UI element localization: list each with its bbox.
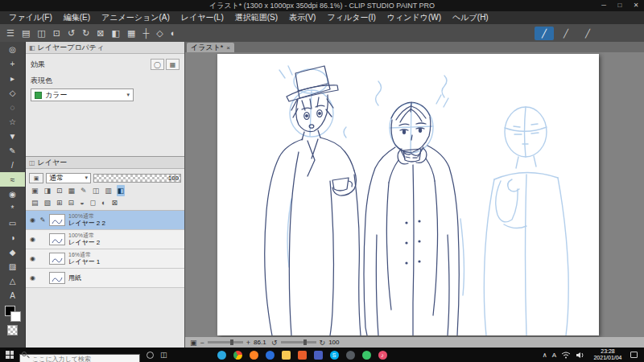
- zoom-out-icon[interactable]: −: [200, 339, 204, 347]
- blend-tool[interactable]: ◑: [0, 230, 25, 245]
- menu-item[interactable]: 表示(V): [283, 11, 321, 24]
- connect-line-button[interactable]: ╱: [578, 27, 597, 40]
- fill-icon[interactable]: ◧: [112, 24, 120, 42]
- two-pane-icon[interactable]: ◧: [117, 185, 126, 196]
- snap-ruler-icon[interactable]: ┼: [142, 24, 149, 42]
- redo-icon[interactable]: ↻: [82, 24, 89, 42]
- canvas-sheet[interactable]: [217, 54, 599, 335]
- paint-app-icon[interactable]: [298, 351, 307, 360]
- visibility-eye-icon[interactable]: ◉: [27, 255, 38, 262]
- layer-move-tool[interactable]: ◇: [0, 85, 25, 100]
- canvas-tab[interactable]: イラスト* ×: [187, 43, 234, 52]
- apply-mask-icon[interactable]: ◐: [101, 197, 106, 208]
- grid-icon[interactable]: ▦: [127, 24, 135, 42]
- zoom-slider[interactable]: [208, 341, 243, 343]
- delete-icon[interactable]: ⊠: [97, 24, 104, 42]
- visibility-eye-icon[interactable]: ◉: [27, 236, 38, 243]
- new-raster-layer-icon[interactable]: ▤: [31, 197, 39, 208]
- draft-layer-icon[interactable]: ✎: [80, 185, 88, 196]
- fill-tool[interactable]: ◆: [0, 245, 25, 259]
- operation-tool[interactable]: ▸: [0, 71, 25, 85]
- teams-icon[interactable]: [314, 351, 323, 360]
- rotation-slider[interactable]: [281, 341, 316, 343]
- brush-tool[interactable]: ≈: [0, 172, 25, 187]
- clock[interactable]: 23:28 2021/01/04: [590, 348, 625, 361]
- layer-row-layer-2-2[interactable]: ◉ ✎ 100%通常 レイヤー 2 2: [26, 211, 184, 230]
- layer-row-layer-2[interactable]: ◉ ✎ 100%通常 レイヤー 2: [26, 230, 184, 249]
- new-vector-layer-icon[interactable]: ▧: [43, 197, 52, 208]
- menu-item[interactable]: ウィンドウ(W): [382, 11, 447, 24]
- move-tool[interactable]: +: [0, 56, 25, 71]
- thunderbird-icon[interactable]: [266, 351, 275, 360]
- decoration-tool[interactable]: *: [0, 201, 25, 216]
- ruler-layer-icon[interactable]: ▥: [104, 185, 113, 196]
- wifi-icon[interactable]: [561, 352, 571, 359]
- chrome-icon[interactable]: [233, 351, 242, 360]
- menu-item[interactable]: レイヤー(L): [175, 11, 229, 24]
- firefox-icon[interactable]: [250, 351, 258, 360]
- zoom-in-icon[interactable]: +: [246, 339, 250, 347]
- text-tool[interactable]: A: [0, 288, 25, 302]
- figure-tool[interactable]: △: [0, 274, 25, 288]
- gradient-tool[interactable]: ▨: [0, 259, 25, 274]
- windows-start-button[interactable]: [6, 351, 14, 359]
- snap-special-icon[interactable]: ◇: [156, 24, 163, 42]
- tray-expand-icon[interactable]: ∧: [543, 352, 547, 359]
- layer-row-layer-1[interactable]: ◉ ✎ 16%通常 レイヤー 1: [26, 249, 184, 269]
- music-icon[interactable]: ♪: [378, 351, 387, 360]
- github-icon[interactable]: [346, 351, 355, 360]
- menu-item[interactable]: アニメーション(A): [96, 11, 175, 24]
- cortana-icon[interactable]: [147, 352, 154, 359]
- opacity-slider[interactable]: 100: [93, 174, 181, 183]
- notification-center-icon[interactable]: [630, 352, 638, 358]
- palette-color-button[interactable]: ▣: [29, 173, 43, 183]
- transfer-down-icon[interactable]: ⊟: [68, 197, 76, 208]
- new-canvas-icon[interactable]: ▤: [22, 24, 30, 42]
- task-view-icon[interactable]: ◫: [160, 351, 167, 359]
- correct-line-button[interactable]: ╱: [535, 27, 554, 40]
- undo-icon[interactable]: ↺: [68, 24, 75, 42]
- delete-layer-icon[interactable]: ⊠: [110, 197, 118, 208]
- border-effect-icon[interactable]: ◯: [151, 59, 164, 70]
- merge-down-icon[interactable]: ◒: [79, 197, 85, 208]
- rotate-right-icon[interactable]: ↻: [320, 339, 326, 347]
- menu-item[interactable]: 編集(E): [58, 11, 96, 24]
- visibility-eye-icon[interactable]: ◉: [27, 274, 38, 282]
- selection-tool[interactable]: ◌: [0, 100, 25, 114]
- pen-tool[interactable]: ✎: [0, 143, 25, 158]
- auto-select-tool[interactable]: ☆: [0, 114, 25, 129]
- eyedropper-tool[interactable]: ▼: [0, 129, 25, 143]
- flip-view-icon[interactable]: ◐: [171, 24, 176, 42]
- speaker-icon[interactable]: [576, 352, 585, 359]
- menu-item[interactable]: フィルター(I): [321, 11, 381, 24]
- open-file-icon[interactable]: ◫: [37, 24, 45, 42]
- close-button[interactable]: ✕: [628, 0, 644, 11]
- rotate-left-icon[interactable]: ↺: [271, 339, 278, 347]
- expression-color-select[interactable]: カラー ▾: [31, 88, 134, 101]
- taskbar-search-input[interactable]: [19, 354, 140, 362]
- create-mask-icon[interactable]: ◻: [89, 197, 97, 208]
- sub-color-swatch[interactable]: [10, 311, 21, 322]
- zoom-tool[interactable]: ◎: [0, 42, 25, 56]
- lock-transparent-icon[interactable]: ▦: [68, 185, 76, 196]
- blend-mode-select[interactable]: 通常 ▾: [46, 173, 91, 183]
- canvas-viewport[interactable]: [185, 52, 644, 337]
- airbrush-tool[interactable]: ◉: [0, 187, 25, 201]
- new-folder-icon[interactable]: ⊞: [56, 197, 64, 208]
- layer-mask-icon[interactable]: ◫: [92, 185, 101, 196]
- tab-close-icon[interactable]: ×: [226, 44, 230, 51]
- main-menu-icon[interactable]: ☰: [6, 24, 14, 42]
- line-icon[interactable]: [362, 351, 371, 360]
- maximize-button[interactable]: □: [612, 0, 628, 11]
- eraser-tool[interactable]: ▭: [0, 216, 25, 230]
- tone-effect-icon[interactable]: ▦: [166, 59, 180, 70]
- palette-color-icon[interactable]: ▣: [31, 185, 39, 196]
- minimize-button[interactable]: ─: [596, 0, 612, 11]
- visibility-eye-icon[interactable]: ◉: [27, 216, 38, 224]
- fit-screen-icon[interactable]: ▣: [190, 339, 197, 347]
- save-icon[interactable]: ⊡: [53, 24, 60, 42]
- skype-icon[interactable]: S: [330, 351, 339, 360]
- pass-through-icon[interactable]: ◨: [43, 185, 52, 196]
- transparent-color-swatch[interactable]: [7, 325, 18, 335]
- menu-item[interactable]: 選択範囲(S): [229, 11, 283, 24]
